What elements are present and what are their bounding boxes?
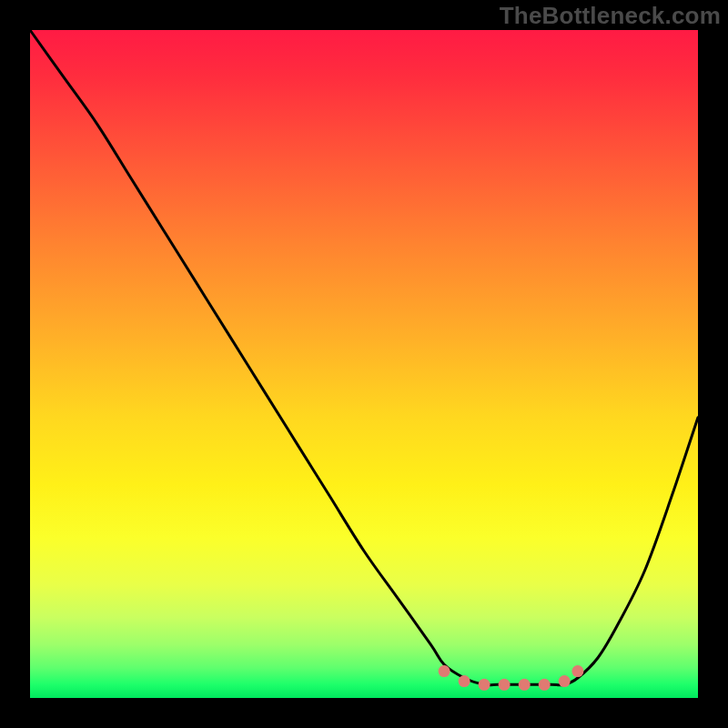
valley-markers-group bbox=[439, 665, 584, 691]
valley-marker bbox=[571, 665, 583, 677]
valley-marker bbox=[459, 675, 470, 687]
valley-marker bbox=[499, 679, 511, 691]
valley-marker bbox=[439, 665, 450, 677]
chart-svg bbox=[30, 30, 698, 698]
valley-marker bbox=[479, 679, 490, 691]
valley-marker bbox=[519, 679, 531, 691]
watermark-text: TheBottleneck.com bbox=[500, 2, 721, 30]
valley-marker bbox=[559, 675, 571, 687]
valley-marker bbox=[539, 679, 551, 691]
bottleneck-curve bbox=[30, 30, 698, 685]
chart-frame: TheBottleneck.com bbox=[0, 0, 728, 728]
